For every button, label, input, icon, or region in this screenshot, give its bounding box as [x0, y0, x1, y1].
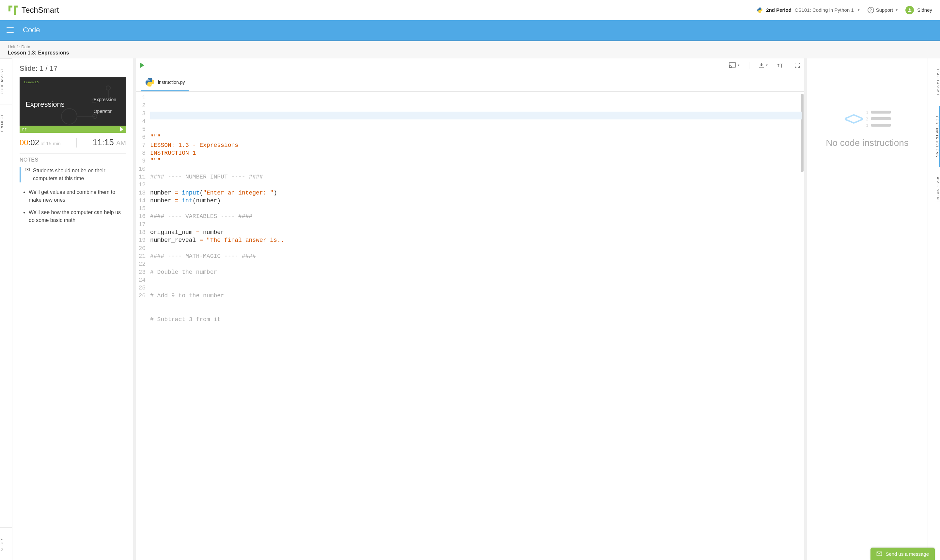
techsmart-logo-icon: [8, 5, 18, 15]
vtab-project[interactable]: PROJECT: [0, 104, 12, 142]
code-content[interactable]: """LESSON: 1.3 - ExpressionsINSTRUCTION …: [148, 92, 804, 560]
envelope-icon: [876, 551, 882, 557]
vtab-assignment[interactable]: ASSIGNMENT: [928, 167, 940, 212]
current-line-highlight: [150, 112, 802, 120]
right-vertical-tabs: TEACH ASSIST CODE INSTRUCTIONS ASSIGNMEN…: [928, 58, 940, 560]
notes-bullet: We'll get values and combine them to mak…: [29, 188, 126, 204]
user-menu[interactable]: Sidney: [905, 6, 932, 14]
notes-bullet: We'll see how the computer can help us d…: [29, 209, 126, 224]
chevron-down-icon: ▼: [895, 8, 898, 12]
slide-counter: Slide: 1 / 17: [20, 64, 126, 73]
vtab-teach-assist[interactable]: TEACH ASSIST: [928, 58, 940, 106]
chat-label: Send us a message: [886, 551, 929, 557]
download-icon[interactable]: ▼: [758, 62, 768, 68]
time-row: 00:02 of 15 min 11:15 AM: [20, 136, 126, 151]
elapsed-of: of 15 min: [39, 141, 61, 146]
elapsed-time: 00:02 of 15 min: [20, 138, 61, 147]
notes-bullets: We'll get values and combine them to mak…: [29, 188, 126, 224]
period-label: 2nd Period: [766, 7, 791, 13]
chevron-down-icon: ▼: [857, 8, 860, 12]
slide-play-bar[interactable]: [20, 126, 126, 133]
svg-point-6: [729, 67, 730, 68]
notes-callout: Students should not be on their computer…: [20, 167, 126, 182]
elapsed-ss: :02: [28, 138, 39, 147]
chat-widget[interactable]: Send us a message: [871, 548, 935, 560]
notes-main-text: Students should not be on their computer…: [33, 167, 126, 182]
blue-nav-bar: Code: [0, 20, 940, 41]
page-title: Code: [23, 26, 40, 34]
support-menu[interactable]: ? Support ▼: [868, 7, 898, 13]
file-tab-label: instruction.py: [158, 80, 185, 85]
play-icon: [120, 127, 123, 132]
course-selector[interactable]: 2nd Period CS101: Coding in Python 1 ▼: [757, 7, 860, 13]
slide-thumb-terms: Expression Operator: [94, 94, 116, 117]
run-button[interactable]: [140, 62, 144, 68]
svg-point-2: [62, 109, 77, 124]
python-icon: [757, 7, 763, 13]
svg-text:1: 1: [866, 110, 868, 114]
clock-value: 11:15: [93, 137, 114, 147]
slide-thumb-title: Expressions: [25, 100, 65, 109]
brand-name: TechSmart: [22, 6, 59, 15]
svg-text:3: 3: [866, 123, 868, 127]
svg-text:T: T: [777, 64, 779, 68]
elapsed-mm: 00: [20, 138, 28, 147]
header-right: 2nd Period CS101: Coding in Python 1 ▼ ?…: [757, 6, 932, 14]
top-header: TechSmart 2nd Period CS101: Coding in Py…: [0, 0, 940, 20]
slide-panel: Slide: 1 / 17 Lesson 1.3 Expressions Exp…: [12, 58, 133, 560]
clock-time: 11:15 AM: [93, 137, 126, 148]
svg-point-0: [106, 86, 110, 90]
left-vertical-tabs: CODE ASSIST PROJECT SLIDES: [0, 58, 12, 560]
slide-thumb-label: Lesson 1.3: [24, 81, 38, 84]
cast-icon[interactable]: ▼: [729, 62, 740, 68]
breadcrumb-unit: Unit 1: Data: [8, 45, 932, 49]
slide-thumbnail[interactable]: Lesson 1.3 Expressions Expression Operat…: [20, 77, 126, 133]
help-icon: ?: [868, 7, 874, 13]
user-name: Sidney: [917, 7, 932, 13]
editor-toolbar: ▼ ▼ TT: [136, 58, 804, 72]
python-icon: [145, 77, 155, 87]
fullscreen-icon[interactable]: [794, 62, 800, 68]
vtab-spacer: [0, 142, 12, 528]
svg-point-10: [151, 85, 152, 86]
techsmart-mini-icon: [22, 128, 27, 131]
instructions-panel: <> 1 2 3 No code instructions: [807, 58, 928, 560]
file-tab-instruction[interactable]: instruction.py: [141, 75, 189, 91]
course-label: CS101: Coding in Python 1: [795, 7, 854, 13]
code-body[interactable]: 1234567891011121314151617181920212223242…: [136, 92, 804, 560]
list-lines-icon: 1 2 3: [866, 110, 891, 127]
code-editor-panel: ▼ ▼ TT: [136, 58, 804, 560]
vtab-code-assist[interactable]: CODE ASSIST: [0, 58, 12, 104]
brand-logo[interactable]: TechSmart: [8, 5, 59, 15]
avatar-icon: [905, 6, 914, 14]
line-gutter: 1234567891011121314151617181920212223242…: [136, 92, 148, 560]
svg-point-9: [148, 79, 149, 80]
svg-rect-5: [729, 63, 736, 67]
support-label: Support: [876, 7, 893, 13]
laptop-off-icon: [25, 168, 30, 172]
vtab-slides[interactable]: SLIDES: [0, 528, 12, 560]
empty-state-text: No code instructions: [826, 138, 909, 148]
notes-heading: NOTES: [20, 153, 126, 163]
hamburger-menu-icon[interactable]: [6, 28, 14, 32]
slide-term: Operator: [94, 105, 116, 117]
code-brackets-icon: <>: [844, 108, 862, 130]
vtab-code-instructions[interactable]: CODE INSTRUCTIONS: [928, 106, 940, 167]
clock-ampm: AM: [116, 139, 126, 146]
svg-text:T: T: [780, 63, 783, 68]
toolbar-separator: [749, 62, 749, 69]
text-size-icon[interactable]: TT: [777, 62, 785, 68]
time-divider: [76, 138, 77, 148]
slide-term: Expression: [94, 94, 116, 105]
empty-state-illustration: <> 1 2 3: [844, 108, 891, 130]
file-tabs: instruction.py: [136, 72, 804, 92]
breadcrumb-lesson: Lesson 1.3: Expressions: [8, 50, 932, 56]
main-workspace: CODE ASSIST PROJECT SLIDES Slide: 1 / 17…: [0, 58, 940, 560]
svg-text:2: 2: [866, 117, 868, 121]
breadcrumb: Unit 1: Data Lesson 1.3: Expressions: [0, 41, 940, 58]
